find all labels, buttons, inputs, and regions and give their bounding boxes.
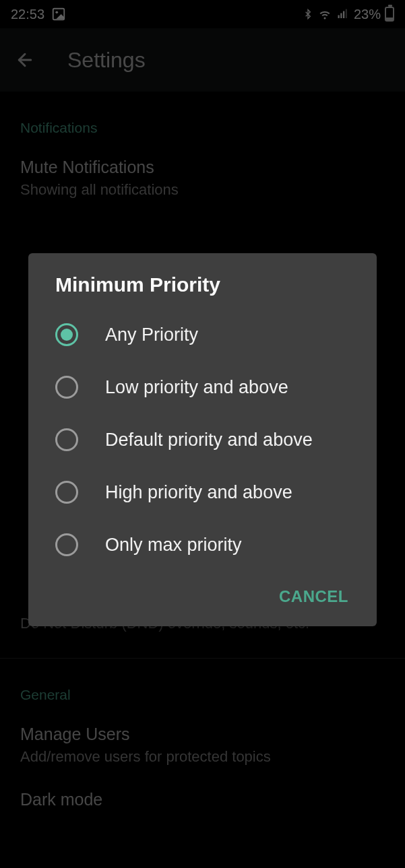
radio-label: Default priority and above xyxy=(105,430,313,450)
radio-option-any-priority[interactable]: Any Priority xyxy=(28,308,377,361)
minimum-priority-dialog: Minimum Priority Any Priority Low priori… xyxy=(28,253,377,626)
radio-label: Any Priority xyxy=(105,325,198,345)
radio-option-default-priority[interactable]: Default priority and above xyxy=(28,413,377,466)
radio-icon xyxy=(55,376,78,399)
radio-option-low-priority[interactable]: Low priority and above xyxy=(28,361,377,413)
radio-icon xyxy=(55,533,78,556)
radio-label: Only max priority xyxy=(105,535,242,556)
radio-icon xyxy=(55,428,78,451)
radio-label: High priority and above xyxy=(105,482,292,503)
radio-label: Low priority and above xyxy=(105,377,288,398)
cancel-button[interactable]: CANCEL xyxy=(274,583,354,610)
radio-option-high-priority[interactable]: High priority and above xyxy=(28,466,377,519)
radio-icon xyxy=(55,323,78,346)
dialog-title: Minimum Priority xyxy=(28,273,377,308)
radio-option-only-max-priority[interactable]: Only max priority xyxy=(28,519,377,571)
radio-icon xyxy=(55,481,78,504)
